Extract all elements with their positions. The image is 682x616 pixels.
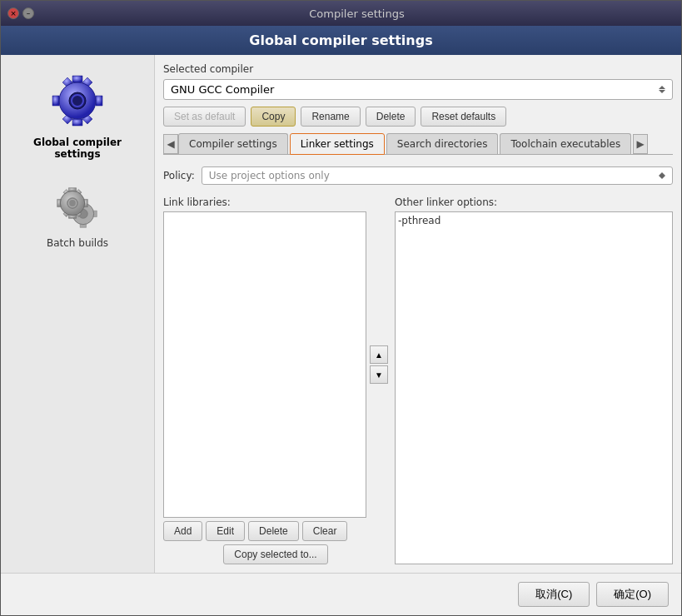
window-controls: × –: [7, 7, 34, 19]
right-panel: Selected compiler GNU GCC Compiler Set a…: [155, 55, 681, 573]
batch-builds-label: Batch builds: [47, 237, 108, 249]
move-down-button[interactable]: ▼: [370, 365, 388, 384]
close-icon: ×: [10, 9, 17, 17]
compiler-arrow-up[interactable]: [659, 86, 665, 89]
policy-row: Policy: Use project options only: [163, 161, 673, 190]
tab-scroll-right[interactable]: ▶: [633, 134, 648, 154]
tab-compiler-settings[interactable]: Compiler settings: [178, 133, 288, 154]
compiler-dropdown-arrows[interactable]: [659, 86, 665, 93]
cancel-button[interactable]: 取消(C): [518, 582, 590, 607]
ok-button[interactable]: 确定(O): [596, 582, 669, 607]
selected-compiler-label: Selected compiler: [163, 63, 673, 75]
sidebar-item-batch-builds[interactable]: Batch builds: [42, 181, 112, 253]
reset-defaults-button[interactable]: Reset defaults: [421, 107, 506, 127]
move-buttons: ▲ ▼: [370, 345, 388, 384]
move-up-button[interactable]: ▲: [370, 345, 388, 364]
bottom-bar: 取消(C) 确定(O): [1, 573, 681, 615]
global-compiler-settings-icon: [48, 72, 107, 130]
batch-builds-icon: [54, 185, 100, 231]
link-libraries-listbox[interactable]: [163, 211, 366, 518]
compiler-dropdown[interactable]: GNU GCC Compiler: [163, 79, 673, 100]
compiler-value: GNU GCC Compiler: [171, 83, 659, 96]
clear-button[interactable]: Clear: [302, 521, 348, 541]
policy-dropdown[interactable]: Use project options only: [202, 166, 673, 185]
minimize-icon: –: [27, 9, 31, 17]
policy-dropdown-arrows[interactable]: [659, 172, 665, 179]
policy-label: Policy:: [163, 170, 195, 181]
panels-row: Link libraries: ▲ ▼ Add Edit Delete: [163, 196, 673, 564]
copy-selected-button[interactable]: Copy selected to...: [223, 544, 327, 564]
compiler-arrow-down[interactable]: [659, 90, 665, 93]
tabs-container: ◀ Compiler settings Linker settings Sear…: [163, 133, 673, 155]
other-linker-options-value: -pthread: [398, 215, 670, 226]
delete-item-button[interactable]: Delete: [248, 521, 299, 541]
link-libraries-panel: Link libraries: ▲ ▼ Add Edit Delete: [163, 196, 388, 564]
tab-search-directories[interactable]: Search directories: [386, 133, 499, 154]
close-button[interactable]: ×: [7, 7, 19, 19]
title-bar: × – Compiler settings: [1, 1, 681, 26]
other-linker-options-label: Other linker options:: [395, 196, 673, 208]
sidebar: Global compiler settings: [1, 55, 155, 573]
global-compiler-settings-label: Global compiler settings: [13, 137, 142, 160]
set-as-default-button[interactable]: Set as default: [163, 107, 246, 127]
other-linker-options-panel: Other linker options: -pthread: [395, 196, 673, 564]
rename-button[interactable]: Rename: [301, 107, 360, 127]
minimize-button[interactable]: –: [22, 7, 34, 19]
main-content: Global compiler settings: [1, 55, 681, 573]
policy-value: Use project options only: [209, 170, 659, 181]
delete-button[interactable]: Delete: [366, 107, 416, 127]
compiler-select-section: Selected compiler GNU GCC Compiler: [163, 63, 673, 100]
window-title: Compiler settings: [39, 7, 675, 20]
list-actions-row2: Copy selected to...: [163, 544, 388, 564]
tab-linker-settings[interactable]: Linker settings: [290, 133, 385, 155]
tab-scroll-left[interactable]: ◀: [163, 134, 178, 154]
toolbar: Set as default Copy Rename Delete Reset …: [163, 107, 673, 127]
other-linker-options-textbox[interactable]: -pthread: [395, 211, 673, 564]
sidebar-item-global-compiler-settings[interactable]: Global compiler settings: [9, 67, 146, 164]
link-libraries-label: Link libraries:: [163, 196, 388, 208]
add-button[interactable]: Add: [163, 521, 202, 541]
copy-button[interactable]: Copy: [251, 107, 296, 127]
edit-button[interactable]: Edit: [206, 521, 245, 541]
list-actions: Add Edit Delete Clear: [163, 521, 388, 541]
dialog-title: Global compiler settings: [1, 26, 681, 55]
policy-arrow-down[interactable]: [659, 176, 665, 179]
tab-toolchain-executables[interactable]: Toolchain executables: [500, 133, 631, 154]
